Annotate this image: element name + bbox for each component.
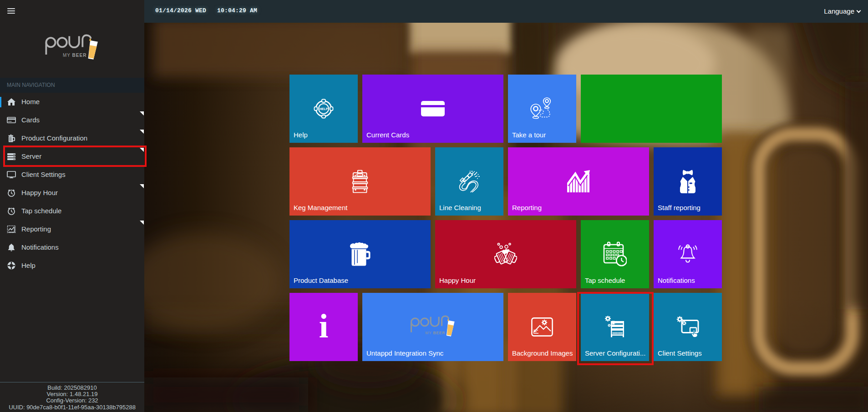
svg-text:MY BEER: MY BEER [425, 331, 445, 335]
svg-text:HELP: HELP [320, 107, 328, 111]
svg-text:MY BEER: MY BEER [63, 53, 86, 58]
